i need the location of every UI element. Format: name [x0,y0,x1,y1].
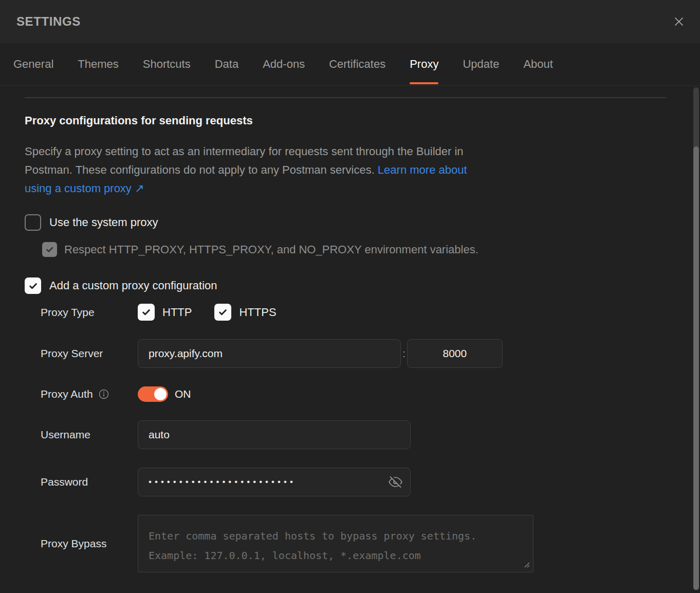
system-proxy-checkbox-row[interactable]: Use the system proxy [25,214,675,231]
username-input[interactable] [138,420,411,449]
http-label: HTTP [162,306,192,319]
checkmark-icon [28,281,38,291]
toggle-password-visibility-button[interactable] [389,475,402,489]
dialog-header: SETTINGS [0,0,700,43]
proxy-type-http-option[interactable]: HTTP [138,304,192,321]
resize-handle[interactable] [523,561,530,568]
username-row: Username [41,420,675,449]
checkmark-icon [141,307,151,317]
section-description: Specify a proxy setting to act as an int… [25,142,468,198]
tab-certificates[interactable]: Certificates [329,43,385,85]
section-divider [25,97,666,98]
password-label: Password [41,476,138,488]
respect-env-checkbox-row: Respect HTTP_PROXY, HTTPS_PROXY, and NO_… [42,242,675,257]
proxy-settings-panel: Proxy configurations for sending request… [0,97,700,572]
proxy-auth-label-text: Proxy Auth [41,388,93,400]
username-label: Username [41,429,138,441]
respect-env-label: Respect HTTP_PROXY, HTTPS_PROXY, and NO_… [64,243,478,256]
tab-about[interactable]: About [523,43,553,85]
proxy-auth-row: Proxy Auth ON [41,386,675,402]
section-heading: Proxy configurations for sending request… [25,114,675,127]
password-input[interactable] [138,468,411,496]
proxy-bypass-label: Proxy Bypass [41,538,138,550]
system-proxy-label: Use the system proxy [49,216,158,229]
custom-proxy-checkbox-row[interactable]: Add a custom proxy configuration [25,277,675,294]
proxy-type-https-option[interactable]: HTTPS [214,304,276,321]
proxy-bypass-wrapper [138,515,533,572]
tab-data[interactable]: Data [215,43,238,85]
info-icon[interactable] [98,388,109,400]
proxy-host-input[interactable] [138,339,401,368]
checkmark-icon [45,245,54,254]
close-icon [672,15,686,28]
custom-proxy-checkbox[interactable] [25,277,41,294]
proxy-type-row: Proxy Type HTTP HTTPS [41,304,675,321]
scrollbar-thumb[interactable] [693,146,699,590]
proxy-bypass-textarea[interactable] [138,515,533,572]
custom-proxy-label: Add a custom proxy configuration [49,279,217,292]
proxy-server-label: Proxy Server [41,347,138,360]
https-label: HTTPS [239,306,276,319]
proxy-bypass-row: Proxy Bypass [41,515,675,572]
password-field-wrapper [138,468,411,496]
tab-themes[interactable]: Themes [78,43,118,85]
https-checkbox[interactable] [214,304,231,321]
system-proxy-checkbox[interactable] [25,214,41,231]
password-row: Password [41,468,675,496]
toggle-knob [154,388,167,400]
respect-env-checkbox [42,242,57,257]
tab-general[interactable]: General [13,43,53,85]
custom-proxy-form: Proxy Type HTTP HTTPS Proxy [41,304,675,572]
proxy-auth-state: ON [175,388,191,400]
tab-shortcuts[interactable]: Shortcuts [143,43,191,85]
eye-off-icon [389,475,402,489]
tab-add-ons[interactable]: Add-ons [263,43,305,85]
tab-update[interactable]: Update [463,43,499,85]
proxy-auth-label: Proxy Auth [41,388,138,400]
proxy-auth-toggle[interactable] [138,386,168,402]
vertical-scrollbar [693,87,699,590]
host-port-separator: : [402,347,406,360]
close-button[interactable] [671,14,687,29]
tab-proxy[interactable]: Proxy [410,43,438,85]
proxy-type-label: Proxy Type [41,306,138,319]
checkmark-icon [218,307,228,317]
proxy-port-input[interactable] [407,339,503,368]
page-title: SETTINGS [16,14,81,29]
settings-tabbar: General Themes Shortcuts Data Add-ons Ce… [0,43,700,86]
external-link-icon: ↗ [135,182,144,195]
proxy-server-row: Proxy Server : [41,339,675,368]
http-checkbox[interactable] [138,304,155,321]
